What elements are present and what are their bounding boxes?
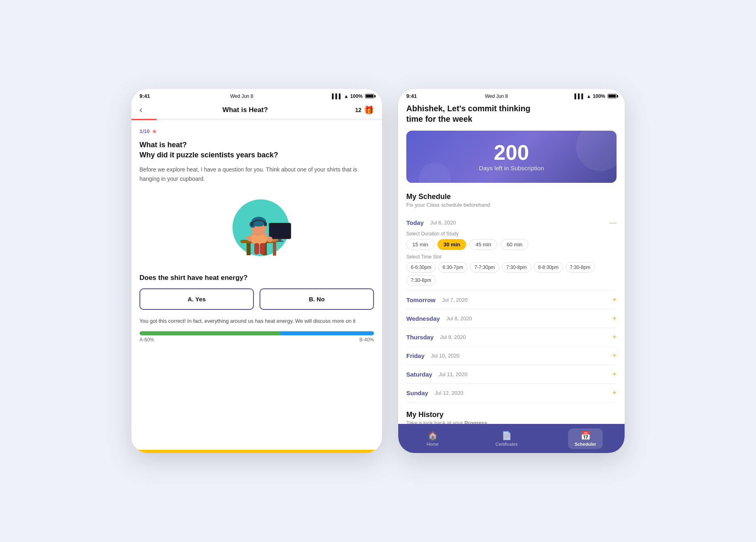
slot-3[interactable]: 7-7:30pm bbox=[470, 262, 499, 273]
day-header: Tomorrow Jul 7, 2020 + bbox=[406, 296, 617, 304]
result-bars: A-60% B-40% bbox=[139, 331, 374, 343]
day-name: Thursday bbox=[406, 334, 434, 341]
day-header: Saturday Jul 11, 2020 + bbox=[406, 370, 617, 379]
timeslot-label: Select Time Slot bbox=[406, 254, 617, 260]
result-bar-b bbox=[280, 331, 374, 335]
schedule-row: Friday Jul 10, 2020 + bbox=[406, 347, 617, 365]
time-right: 9:41 bbox=[406, 93, 417, 99]
today-date: Jul 6, 2020 bbox=[430, 220, 609, 226]
duration-45[interactable]: 45 min bbox=[469, 239, 497, 250]
correct-text: You got this correct! In fact, everythin… bbox=[139, 317, 374, 326]
svg-rect-7 bbox=[270, 224, 290, 238]
schedule-title: My Schedule bbox=[406, 193, 617, 201]
slot-6[interactable]: 7:30-8pm bbox=[566, 262, 595, 273]
expand-icon[interactable]: + bbox=[612, 351, 617, 360]
date-left: Wed Jun 8 bbox=[230, 93, 253, 99]
expand-icon[interactable]: + bbox=[612, 333, 617, 341]
status-icons-right: ▌▌▌ ▲ 100% bbox=[574, 93, 617, 99]
time-left: 9:41 bbox=[139, 93, 150, 99]
svg-rect-9 bbox=[276, 241, 283, 242]
result-a-label: A-60% bbox=[139, 337, 154, 343]
day-name: Tomorrow bbox=[406, 296, 435, 303]
nav-home[interactable]: 🏠 Home bbox=[420, 428, 445, 449]
wifi-icon: ▲ bbox=[344, 93, 348, 99]
bottom-nav: 🏠 Home 📄 Certificates 📅 Scheduler bbox=[398, 424, 625, 453]
question-prompt: Does the shirt have heat energy? bbox=[139, 274, 374, 282]
signal-icon: ▌▌▌ bbox=[332, 93, 342, 99]
svg-rect-12 bbox=[254, 243, 259, 254]
today-collapse-icon[interactable]: — bbox=[609, 218, 617, 227]
status-bar-right: 9:41 Wed Jun 8 ▌▌▌ ▲ 100% bbox=[398, 89, 625, 102]
nav-certificates[interactable]: 📄 Certificates bbox=[489, 428, 524, 449]
answer-a[interactable]: A. Yes bbox=[139, 288, 254, 310]
nav-scheduler[interactable]: 📅 Scheduler bbox=[568, 428, 602, 449]
slot-7[interactable]: 7:30-8pm bbox=[406, 275, 436, 286]
day-date: Jul 8, 2020 bbox=[446, 315, 612, 322]
day-header: Wednesday Jul 8, 2020 + bbox=[406, 314, 617, 323]
battery-icon-right bbox=[608, 94, 617, 98]
day-date: Jul 12, 2020 bbox=[435, 390, 612, 396]
svg-rect-8 bbox=[278, 239, 281, 241]
history-title: My History bbox=[406, 411, 617, 419]
expand-icon[interactable]: + bbox=[612, 389, 617, 397]
schedule-row: Sunday Jul 12, 2020 + bbox=[406, 384, 617, 402]
card-area: 1/10 What is heat? Why did it puzzle sci… bbox=[131, 120, 382, 436]
day-date: Jul 11, 2020 bbox=[439, 371, 612, 377]
header-title-left: What is Heat? bbox=[135, 106, 355, 114]
day-name: Wednesday bbox=[406, 315, 440, 322]
slot-2[interactable]: 6:30-7pm bbox=[438, 262, 468, 273]
expand-icon[interactable]: + bbox=[612, 296, 617, 304]
signal-icon-right: ▌▌▌ bbox=[574, 93, 585, 99]
result-bar-a bbox=[139, 331, 280, 335]
day-date: Jul 10, 2020 bbox=[431, 353, 612, 359]
sub-label: Days left in Subscription bbox=[414, 165, 608, 171]
slot-4[interactable]: 7:30-8pm bbox=[502, 262, 531, 273]
duration-60[interactable]: 60 min bbox=[500, 239, 528, 250]
svg-rect-18 bbox=[264, 222, 267, 226]
question-counter: 1/10 bbox=[139, 128, 374, 134]
battery-pct-right: 100% bbox=[593, 93, 605, 99]
battery-pct-left: 100% bbox=[350, 93, 363, 99]
date-right: Wed Jun 8 bbox=[485, 93, 508, 99]
svg-rect-2 bbox=[247, 243, 251, 255]
top-bar-left: ‹ What is Heat? 12 🎁 bbox=[131, 102, 382, 119]
day-name: Friday bbox=[406, 352, 424, 359]
right-phone: 9:41 Wed Jun 8 ▌▌▌ ▲ 100% Abhishek, Let'… bbox=[398, 89, 625, 453]
nav-home-label: Home bbox=[427, 442, 438, 447]
duration-options: 15 min 30 min 45 min 60 min bbox=[406, 239, 617, 250]
duration-30[interactable]: 30 min bbox=[437, 239, 466, 250]
status-bar-left: 9:41 Wed Jun 8 ▌▌▌ ▲ 100% bbox=[131, 89, 382, 102]
schedule-row: Saturday Jul 11, 2020 + bbox=[406, 365, 617, 384]
slot-5[interactable]: 8-8:30pm bbox=[534, 262, 563, 273]
sub-number: 200 bbox=[414, 142, 608, 163]
certificates-icon: 📄 bbox=[502, 431, 512, 440]
left-phone: 9:41 Wed Jun 8 ▌▌▌ ▲ 100% ‹ What is Heat… bbox=[131, 89, 382, 453]
answer-b[interactable]: B. No bbox=[260, 288, 374, 310]
illustration bbox=[139, 191, 374, 264]
status-icons-left: ▌▌▌ ▲ 100% bbox=[332, 93, 374, 99]
gift-icon[interactable]: 🎁 bbox=[364, 105, 374, 115]
result-bar-track bbox=[139, 331, 374, 335]
schedule-today: Today Jul 6, 2020 — Select Duration of S… bbox=[406, 214, 617, 291]
nav-certificates-label: Certificates bbox=[496, 442, 518, 447]
question-title: What is heat? Why did it puzzle scientis… bbox=[139, 140, 374, 160]
wifi-icon-right: ▲ bbox=[586, 93, 591, 99]
slot-1[interactable]: 6-6:30pm bbox=[406, 262, 436, 273]
day-date: Jul 9, 2020 bbox=[440, 334, 612, 340]
expand-icon[interactable]: + bbox=[612, 370, 617, 379]
schedule-row: Tomorrow Jul 7, 2020 + bbox=[406, 291, 617, 309]
today-day: Today bbox=[406, 219, 424, 226]
day-header: Sunday Jul 12, 2020 + bbox=[406, 389, 617, 397]
result-b-label: B-40% bbox=[359, 337, 374, 343]
schedule-subtitle: Fix your Class schedule beforehand bbox=[406, 202, 617, 208]
svg-rect-13 bbox=[260, 243, 265, 254]
right-content: Abhishek, Let's commit thinking time for… bbox=[398, 102, 625, 433]
timeslot-options: 6-6:30pm 6:30-7pm 7-7:30pm 7:30-8pm 8-8:… bbox=[406, 262, 617, 286]
counter-text: 1/10 bbox=[139, 128, 150, 134]
schedule-row: Wednesday Jul 8, 2020 + bbox=[406, 309, 617, 328]
battery-icon-left bbox=[365, 94, 374, 98]
expand-icon[interactable]: + bbox=[612, 314, 617, 323]
duration-15[interactable]: 15 min bbox=[406, 239, 434, 250]
today-header: Today Jul 6, 2020 — bbox=[406, 218, 617, 227]
answers: A. Yes B. No bbox=[139, 288, 374, 310]
